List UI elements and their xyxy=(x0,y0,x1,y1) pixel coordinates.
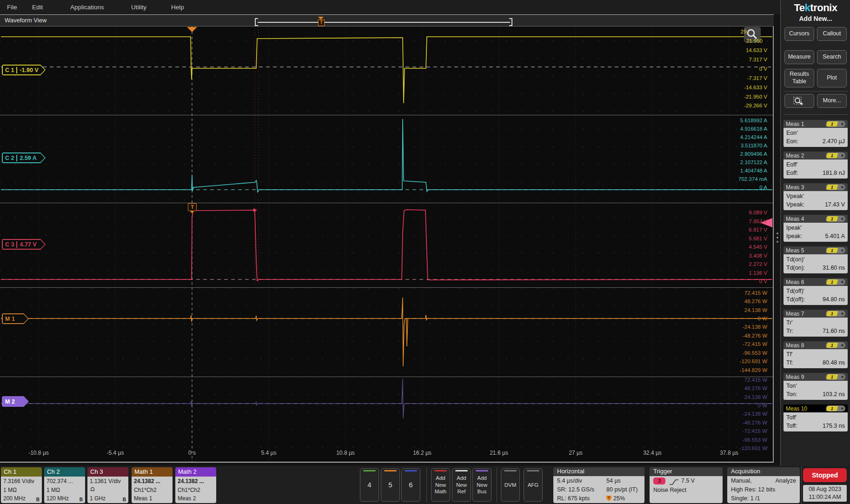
scope-button-6[interactable]: 6 xyxy=(401,468,420,502)
panel-button-callout[interactable]: Callout xyxy=(817,27,847,41)
button-label: Add New Bus xyxy=(477,475,487,496)
meas-source-badge[interactable]: 1 xyxy=(826,342,845,348)
y-axis-label-m1: 24.138 W xyxy=(744,307,767,313)
meas-source-badge[interactable]: 1 xyxy=(826,216,845,222)
trigger-source-badge[interactable]: T xyxy=(188,203,197,211)
config-row: 1 GHzB xyxy=(90,494,126,503)
measurement-badge-1[interactable]: Meas 11Eon'Eon:2.470 µJ xyxy=(784,120,848,147)
zoom-tool-button[interactable] xyxy=(784,94,814,108)
menu-help[interactable]: Help xyxy=(171,4,184,11)
more-button[interactable]: More... xyxy=(817,94,847,108)
button-color-stripe xyxy=(527,470,539,471)
y-axis-label-c1: -14.633 V xyxy=(744,85,767,90)
channel-badge-m2[interactable]: M 2 xyxy=(2,396,29,407)
y-axis-label-c2: 4.916618 A xyxy=(740,126,767,132)
tab-waveform-view[interactable]: Waveform View xyxy=(5,17,46,24)
channel-badge-m1[interactable]: M 1 xyxy=(2,313,29,324)
measurement-badge-3[interactable]: Meas 31Vpeak'Vpeak:17.43 V xyxy=(784,183,848,210)
meas-body: Ipeak'Ipeak:5.401 A xyxy=(784,223,848,242)
channel-config-ch2[interactable]: Ch 2702.374 ...1 MΩ120 MHzB xyxy=(44,467,85,503)
source-dot xyxy=(841,312,843,315)
trigger-position-icon[interactable] xyxy=(187,27,197,32)
scope-button-add-new-bus[interactable]: Add New Bus xyxy=(472,468,491,502)
panel-button-results-table[interactable]: Results Table xyxy=(784,69,814,87)
channel-config-body: 24.1382 ...Ch1*Ch2Meas 1 xyxy=(132,477,173,503)
measurement-badge-4[interactable]: Meas 41Ipeak'Ipeak:5.401 A xyxy=(784,215,848,242)
scope-button-add-new-math[interactable]: Add New Math xyxy=(431,468,450,502)
zoom-window-right-bracket[interactable] xyxy=(509,18,512,26)
config-text: 200 MHz xyxy=(3,495,26,502)
measurement-badge-8[interactable]: Meas 81Tf'Tf:80.48 ns xyxy=(784,341,848,368)
meas-value: 31.60 ns xyxy=(823,264,845,272)
measurement-badge-6[interactable]: Meas 61Td(off)'Td(off):94.80 ns xyxy=(784,278,848,305)
measurement-badge-10[interactable]: Meas 101Toff'Toff:175.3 ns xyxy=(784,405,848,431)
meas-header: Meas 91 xyxy=(784,373,848,381)
rising-edge-icon xyxy=(669,478,679,486)
section-divider xyxy=(0,203,773,203)
y-axis-label-c2: 702.374 mA xyxy=(738,176,767,182)
measurement-badge-9[interactable]: Meas 91Ton'Ton:103.2 ns xyxy=(784,373,848,400)
config-text: 1.1361 V/div xyxy=(90,478,121,484)
meas-source-badge[interactable]: 1 xyxy=(826,279,845,285)
meas-source-badge[interactable]: 1 xyxy=(826,153,845,159)
channel-config-math2[interactable]: Math 224.1382 ...Ch1*Ch2Meas 2 xyxy=(175,467,216,503)
scope-button-afg[interactable]: AFG xyxy=(524,468,543,502)
menu-edit[interactable]: Edit xyxy=(32,4,43,11)
scope-button-add-new-ref[interactable]: Add New Ref xyxy=(452,468,471,502)
meas-source-badge[interactable]: 1 xyxy=(826,247,845,253)
channel-badge-c1[interactable]: C 1-1.90 V xyxy=(2,65,46,75)
channel-config-ch1[interactable]: Ch 17.3166 V/div1 MΩ200 MHzB xyxy=(1,467,42,503)
meas-source-badge[interactable]: 1 xyxy=(826,311,845,317)
meas-body: Tr'Tr:71.60 ns xyxy=(784,318,848,337)
channel-config-math1[interactable]: Math 124.1382 ...Ch1*Ch2Meas 1 xyxy=(132,467,173,503)
meas-label: Tf: xyxy=(786,358,793,367)
channel-badge-id: C 1 xyxy=(3,67,16,73)
scope-button-dvm[interactable]: DVM xyxy=(501,468,520,502)
overview-trigger-badge[interactable]: T xyxy=(318,20,325,26)
channel-config-ch3[interactable]: Ch 31.1361 V/div1 GHzB xyxy=(87,467,128,503)
y-axis-label-m1: -120.691 W xyxy=(740,358,767,364)
meas-source-badge[interactable]: 1 xyxy=(826,121,845,127)
run-stop-status[interactable]: Stopped xyxy=(803,468,847,482)
menu-utility[interactable]: Utility xyxy=(131,4,146,11)
channel-badge-value: 4.77 V xyxy=(16,241,39,248)
channel-badge-c2[interactable]: C 22.59 A xyxy=(2,153,46,163)
meas-value: 103.2 ns xyxy=(823,390,845,398)
y-axis-label-m2: 24.138 W xyxy=(744,394,767,400)
meas-name: Meas 9 xyxy=(786,374,804,380)
zoom-window-left-bracket[interactable] xyxy=(255,18,258,26)
measurement-badge-5[interactable]: Meas 51Td(on)'Td(on):31.60 ns xyxy=(784,246,848,273)
channel-badge-c3[interactable]: C 34.77 V xyxy=(2,239,46,250)
y-axis-label-c1: -21.950 V xyxy=(744,94,767,99)
panel-drag-handle[interactable] xyxy=(777,232,779,245)
button-color-stripe xyxy=(363,470,376,471)
meas-line1: Ipeak' xyxy=(786,224,845,232)
scope-button-5[interactable]: 5 xyxy=(381,468,400,502)
divider xyxy=(801,466,802,504)
meas-source-badge[interactable]: 1 xyxy=(826,374,845,380)
bandwidth-icon: B xyxy=(36,496,40,503)
menu-applications[interactable]: Applications xyxy=(70,4,104,11)
scope-button-4[interactable]: 4 xyxy=(360,468,379,502)
horizontal-panel[interactable]: Horizontal 5.4 µs/div54 µs SR: 12.5 GS/s… xyxy=(553,467,644,503)
menu-file[interactable]: File xyxy=(7,4,17,11)
panel-button-plot[interactable]: Plot xyxy=(817,69,847,87)
meas-source-badge[interactable]: 1 xyxy=(826,184,845,190)
meas-source-badge[interactable]: 1 xyxy=(826,405,845,411)
waveform-display[interactable]: T 29..21.95014.633 V7.317 V0 V-7.317 V-1… xyxy=(0,27,774,463)
trigger-mode: Noise Reject xyxy=(653,486,686,495)
overview-zoom-window[interactable] xyxy=(258,22,510,23)
source-dot xyxy=(841,407,843,410)
horizontal-span: 54 µs xyxy=(606,477,621,485)
trigger-panel[interactable]: Trigger 37.5 V Noise Reject xyxy=(650,467,723,503)
measurement-badge-2[interactable]: Meas 21Eoff'Eoff:181.8 nJ xyxy=(784,152,848,179)
panel-button-search[interactable]: Search xyxy=(817,50,847,64)
panel-button-measure[interactable]: Measure xyxy=(784,50,814,64)
acquisition-panel[interactable]: Acquisition Manual,Analyze High Res: 12 … xyxy=(727,467,800,503)
y-axis-label-c3: 5.681 V xyxy=(749,236,767,241)
measurement-badge-7[interactable]: Meas 71Tr'Tr:71.60 ns xyxy=(784,310,848,337)
meas-header: Meas 51 xyxy=(784,246,848,254)
tektronix-logo: Tektronix xyxy=(781,2,850,14)
meas-header: Meas 11 xyxy=(784,120,848,128)
panel-button-cursors[interactable]: Cursors xyxy=(784,27,814,41)
